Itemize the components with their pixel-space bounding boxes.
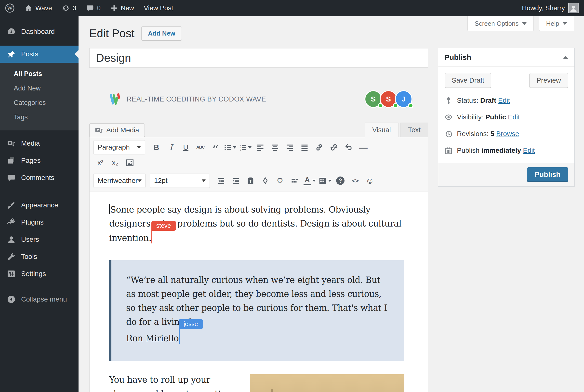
edit-status-link[interactable]: Edit: [498, 96, 510, 104]
text-color-button[interactable]: A: [303, 174, 317, 188]
subscript-button[interactable]: x₂: [108, 156, 122, 170]
sidebar-item-plugins[interactable]: Plugins: [0, 214, 79, 231]
collapse-toggle-icon[interactable]: [563, 56, 568, 59]
outdent-button[interactable]: [214, 174, 228, 188]
numbered-list-button[interactable]: 123: [238, 140, 252, 154]
help-tab[interactable]: Help: [539, 16, 574, 32]
remove-link-button[interactable]: [327, 140, 341, 154]
home-icon: [25, 4, 32, 12]
justify-button[interactable]: [298, 140, 311, 154]
table-button[interactable]: [318, 174, 333, 188]
site-menu[interactable]: Wave: [20, 0, 57, 16]
undo-button[interactable]: [342, 140, 356, 154]
chevron-down-icon: [248, 146, 251, 148]
visibility-value: Public: [485, 113, 506, 121]
revisions-value: 5: [490, 130, 494, 138]
bench-photo[interactable]: [250, 374, 404, 392]
new-content-menu[interactable]: New: [106, 0, 139, 16]
save-draft-button[interactable]: Save Draft: [445, 73, 491, 88]
svg-text:W: W: [7, 5, 13, 11]
sidebar-item-settings[interactable]: Settings: [0, 265, 79, 282]
block-format-select[interactable]: Paragraph: [94, 140, 145, 154]
codox-wave-logo: [109, 92, 122, 106]
paintbrush-icon: [7, 201, 16, 210]
post-title-input[interactable]: Design: [89, 48, 428, 68]
sidebar-item-dashboard[interactable]: Dashboard: [0, 23, 79, 40]
updates-count: 3: [73, 4, 76, 12]
sidebar-item-appearance[interactable]: Appearance: [0, 196, 79, 214]
unlink-icon: [330, 144, 338, 151]
chevron-down-icon: [138, 180, 142, 182]
chevron-down-icon: [233, 146, 236, 148]
font-family-select[interactable]: Merriweather: [94, 174, 146, 188]
undo-arrow-icon: [345, 144, 353, 151]
sidebar-item-users[interactable]: Users: [0, 231, 79, 248]
editor-canvas[interactable]: Some people say design is about solving …: [90, 191, 428, 392]
status-key-icon: [445, 96, 452, 104]
sidebar-item-categories[interactable]: Categories: [0, 96, 79, 110]
collapse-menu-button[interactable]: Collapse menu: [0, 291, 79, 308]
user-avatar[interactable]: [568, 3, 578, 13]
posts-submenu: All Posts Add New Categories Tags: [0, 63, 79, 130]
publish-metabox: Publish Save Draft Preview Status: Draft…: [438, 48, 575, 186]
paste-as-text-button[interactable]: T: [244, 174, 257, 188]
question-mark-icon: ?: [336, 176, 345, 185]
sidebar-item-media[interactable]: Media: [0, 135, 79, 152]
browse-revisions-link[interactable]: Browse: [496, 130, 519, 138]
special-character-button[interactable]: Ω: [273, 174, 287, 188]
blockquote-button[interactable]: “: [208, 140, 222, 154]
font-size-select[interactable]: 12pt: [150, 174, 210, 188]
wrench-icon: [7, 252, 16, 261]
publish-button[interactable]: Publish: [527, 167, 568, 182]
indent-button[interactable]: [229, 174, 243, 188]
remote-cursor-label: steve: [151, 221, 176, 231]
clear-formatting-button[interactable]: [258, 174, 272, 188]
insert-image-button[interactable]: [123, 156, 137, 170]
sidebar-item-posts[interactable]: Posts: [0, 46, 79, 63]
clipboard-text-icon: T: [247, 177, 254, 184]
publish-metabox-header[interactable]: Publish: [438, 48, 574, 67]
horizontal-rule-button[interactable]: —: [357, 140, 370, 154]
plug-icon: [7, 218, 16, 227]
image-icon: [126, 159, 134, 167]
tab-visual[interactable]: Visual: [365, 122, 399, 137]
view-post-link[interactable]: View Post: [139, 0, 178, 16]
italic-button[interactable]: I: [164, 140, 178, 154]
preview-button[interactable]: Preview: [529, 73, 568, 88]
sidebar-item-all-posts[interactable]: All Posts: [0, 67, 79, 81]
add-new-button[interactable]: Add New: [141, 26, 182, 40]
read-more-button[interactable]: [288, 174, 302, 188]
editor-toolbar-primary: Paragraph B I U ABC “ 123: [90, 137, 428, 156]
sidebar-item-tags[interactable]: Tags: [0, 110, 79, 124]
align-left-icon: [257, 144, 264, 151]
align-left-button[interactable]: [253, 140, 267, 154]
code-button[interactable]: <>: [348, 174, 362, 188]
screen-options-tab[interactable]: Screen Options: [467, 16, 533, 32]
add-media-button[interactable]: Add Media: [89, 123, 145, 137]
bold-button[interactable]: B: [149, 140, 163, 154]
table-icon: [319, 177, 327, 184]
howdy-text[interactable]: Howdy, Sherry: [522, 4, 565, 12]
bullet-list-button[interactable]: [223, 140, 237, 154]
align-center-button[interactable]: [268, 140, 282, 154]
comments-menu[interactable]: 0: [81, 0, 106, 16]
superscript-button[interactable]: x²: [94, 156, 107, 170]
updates-menu[interactable]: 3: [57, 0, 81, 16]
align-right-button[interactable]: [283, 140, 297, 154]
sidebar-item-comments[interactable]: Comments: [0, 169, 79, 186]
schedule-value: immediately: [481, 146, 521, 154]
wordpress-logo-menu[interactable]: W: [0, 0, 20, 16]
insert-link-button[interactable]: [312, 140, 326, 154]
help-button[interactable]: ?: [334, 174, 347, 188]
sidebar-item-add-new[interactable]: Add New: [0, 81, 79, 96]
tab-text[interactable]: Text: [400, 122, 428, 137]
revisions-clock-icon: [445, 130, 452, 138]
strikethrough-button[interactable]: ABC: [194, 140, 207, 154]
underline-button[interactable]: U: [179, 140, 193, 154]
edit-schedule-link[interactable]: Edit: [523, 146, 535, 154]
sidebar-item-pages[interactable]: Pages: [0, 152, 79, 169]
emoticon-button[interactable]: ☺: [363, 174, 377, 188]
edit-visibility-link[interactable]: Edit: [508, 113, 520, 121]
sidebar-item-tools[interactable]: Tools: [0, 248, 79, 265]
collaborator-avatar[interactable]: J: [395, 90, 413, 108]
